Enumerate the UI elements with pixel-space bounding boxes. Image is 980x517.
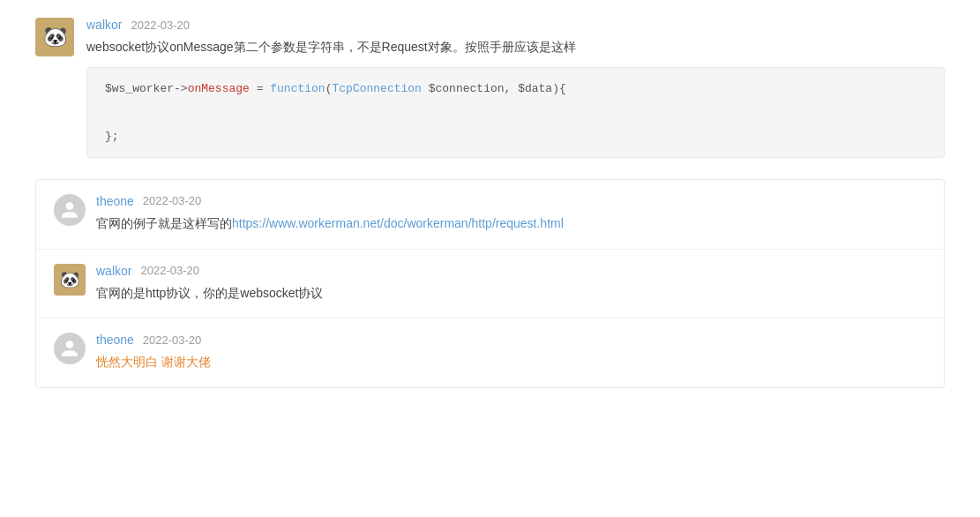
top-comment: 🐼 walkor 2022-03-20 websocket协议onMessage… xyxy=(35,18,945,161)
reply-1: theone 2022-03-20 官网的例子就是这样写的https://www… xyxy=(36,180,944,250)
reply-3-date: 2022-03-20 xyxy=(143,333,202,347)
code-function: onMessage xyxy=(188,82,250,95)
user-icon-1 xyxy=(60,200,79,220)
code-type: TcpConnection xyxy=(332,82,421,95)
code-param2: $data xyxy=(518,82,552,95)
reply-1-date: 2022-03-20 xyxy=(143,194,202,207)
reply-3-meta: theone 2022-03-20 xyxy=(96,333,926,347)
code-keyword: function xyxy=(270,82,325,95)
reply-2-date: 2022-03-20 xyxy=(140,264,199,277)
reply-1-body: theone 2022-03-20 官网的例子就是这样写的https://www… xyxy=(96,194,926,235)
reply-1-meta: theone 2022-03-20 xyxy=(96,194,926,208)
reply-2-text: 官网的是http协议，你的是websocket协议 xyxy=(96,283,926,304)
code-param1: $connection xyxy=(429,82,505,95)
comment-date: 2022-03-20 xyxy=(131,19,190,32)
comment-text: websocket协议onMessage第二个参数是字符串，不是Request对… xyxy=(86,37,945,58)
avatar-placeholder-1 xyxy=(54,194,86,226)
reply-3: theone 2022-03-20 恍然大明白 谢谢大佬 xyxy=(36,318,944,387)
reply-1-username[interactable]: theone xyxy=(96,194,134,208)
code-line-2 xyxy=(105,106,926,119)
reply-3-username[interactable]: theone xyxy=(96,333,134,347)
reply-1-link[interactable]: https://www.workerman.net/doc/workerman/… xyxy=(232,216,564,230)
code-line-1: $ws_worker->onMessage = function(TcpConn… xyxy=(105,82,926,95)
comment-body: walkor 2022-03-20 websocket协议onMessage第二… xyxy=(86,18,945,161)
page: 🐼 walkor 2022-03-20 websocket协议onMessage… xyxy=(0,0,980,517)
avatar: 🐼 xyxy=(35,18,74,56)
code-line-3: }; xyxy=(105,130,926,143)
code-block: $ws_worker->onMessage = function(TcpConn… xyxy=(86,67,945,158)
reply-2: 🐼 walkor 2022-03-20 官网的是http协议，你的是websoc… xyxy=(36,250,944,319)
comment-username[interactable]: walkor xyxy=(86,18,122,32)
reply-1-text-before-link: 官网的例子就是这样写的 xyxy=(96,216,232,230)
reply-2-username[interactable]: walkor xyxy=(96,264,131,278)
avatar-placeholder-3 xyxy=(54,333,86,364)
reply-3-text: 恍然大明白 谢谢大佬 xyxy=(96,352,926,373)
comment-meta: walkor 2022-03-20 xyxy=(86,18,945,32)
reply-1-text: 官网的例子就是这样写的https://www.workerman.net/doc… xyxy=(96,214,926,235)
user-avatar-img: 🐼 xyxy=(35,18,74,56)
avatar-2: 🐼 xyxy=(54,264,86,296)
user-avatar-img-2: 🐼 xyxy=(54,264,86,296)
reply-3-body: theone 2022-03-20 恍然大明白 谢谢大佬 xyxy=(96,333,926,373)
code-var: $ws_worker xyxy=(105,82,174,95)
replies-container: theone 2022-03-20 官网的例子就是这样写的https://www… xyxy=(35,179,945,388)
user-icon-3 xyxy=(60,339,79,358)
reply-2-meta: walkor 2022-03-20 xyxy=(96,264,926,278)
reply-2-body: walkor 2022-03-20 官网的是http协议，你的是websocke… xyxy=(96,264,926,304)
